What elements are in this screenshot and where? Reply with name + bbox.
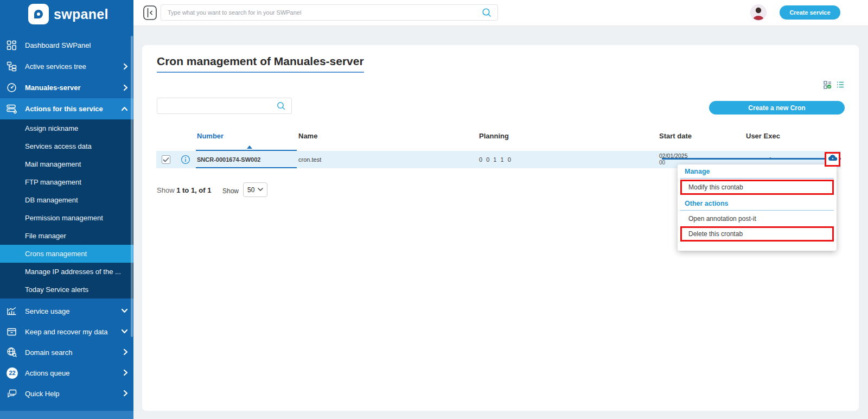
submenu-label: Today Service alerts: [25, 285, 88, 294]
submenu-item-ftp-management[interactable]: FTP management: [0, 173, 133, 191]
server-gauge-icon: [7, 82, 25, 93]
menu-item-delete-crontab[interactable]: Delete this crontab: [680, 226, 834, 242]
submenu-item-today-service-alerts[interactable]: Today Service alerts: [0, 281, 133, 299]
submenu-item-assign-nickname[interactable]: Assign nickname: [0, 119, 133, 137]
usage-chart-icon: [7, 306, 25, 316]
sidebar-footer-strip: [0, 411, 133, 419]
sidebar-item-label: Domain search: [25, 348, 72, 357]
filter-search-icon[interactable]: [277, 101, 286, 111]
column-header-user-exec[interactable]: User Exec: [746, 132, 780, 140]
column-header-number[interactable]: Number: [197, 132, 224, 140]
pagination-summary-prefix: Show: [157, 186, 175, 194]
submenu-label: File manager: [25, 232, 66, 240]
globe-search-icon: [7, 347, 25, 358]
create-cron-button[interactable]: Create a new Cron: [709, 101, 845, 115]
actions-queue-count-badge: 22: [7, 367, 25, 379]
sort-ascending-caret-icon: [247, 145, 252, 149]
user-avatar[interactable]: [750, 4, 767, 21]
chevron-down-icon: [122, 309, 128, 313]
chevron-up-icon: [122, 107, 128, 111]
submenu-label: Mail management: [25, 160, 81, 168]
global-search-input[interactable]: [161, 9, 482, 16]
swpanel-app: swpanel Dashboard SWPanel Active service…: [0, 0, 868, 419]
sidebar-item-actions-queue[interactable]: 22 Actions queue: [0, 363, 133, 383]
row-actions-cloud-button[interactable]: [825, 152, 840, 167]
chat-bubbles-icon: [7, 389, 25, 399]
sidebar-item-label: Quick Help: [25, 390, 60, 398]
sidebar-item-keep-recover-data[interactable]: Keep and recover my data: [0, 321, 133, 342]
chevron-right-icon: [124, 370, 128, 376]
info-icon[interactable]: [181, 155, 190, 164]
sidebar-item-label: Active services tree: [25, 62, 86, 71]
services-tree-icon: [7, 61, 25, 72]
list-view-icon[interactable]: [837, 81, 844, 89]
table-filter: [157, 98, 292, 114]
sidebar-item-quick-help[interactable]: Quick Help: [0, 383, 133, 404]
chevron-down-icon: [122, 329, 128, 334]
chevron-down-icon: [258, 188, 263, 192]
global-search: [161, 4, 498, 21]
content-card: Cron management of Manuales-server Creat…: [142, 45, 859, 411]
dashboard-icon: [7, 40, 25, 50]
page-size-label: Show: [222, 187, 239, 195]
sidebar-item-dashboard[interactable]: Dashboard SWPanel: [0, 35, 133, 56]
sidebar-item-label: Dashboard SWPanel: [25, 41, 91, 49]
submenu-label: Manage IP addresses of the ...: [25, 268, 121, 276]
row-actions-context-menu: Manage Modify this crontab Other actions…: [678, 164, 837, 251]
submenu-label: DB management: [25, 196, 78, 204]
server-gear-icon: [7, 104, 25, 114]
submenu-item-manage-ip-addresses[interactable]: Manage IP addresses of the ...: [0, 263, 133, 281]
sorted-column-top-bar: [196, 150, 297, 151]
chevron-right-icon: [124, 64, 128, 70]
submenu-item-mail-management[interactable]: Mail management: [0, 155, 133, 173]
column-header-start-date[interactable]: Start date: [659, 132, 692, 140]
archive-box-icon: [7, 327, 25, 337]
cell-start-time-partial: 00: [659, 160, 665, 166]
menu-item-open-annotation[interactable]: Open annotation post-it: [680, 211, 834, 225]
submenu-item-crons-management[interactable]: Crons management: [0, 245, 133, 263]
submenu-label: Services access data: [25, 142, 92, 150]
submenu-item-db-management[interactable]: DB management: [0, 191, 133, 209]
menu-item-modify-crontab[interactable]: Modify this crontab: [680, 180, 834, 195]
submenu-item-services-access-data[interactable]: Services access data: [0, 137, 133, 155]
submenu-item-permission-management[interactable]: Permission management: [0, 209, 133, 227]
pagination-summary-values: 1 to 1, of 1: [176, 186, 211, 194]
sidebar-item-domain-search[interactable]: Domain search: [0, 342, 133, 363]
sidebar-item-service-usage[interactable]: Service usage: [0, 301, 133, 321]
page-size-value: 50: [247, 186, 254, 194]
row-active-underline: [662, 158, 841, 160]
brand-name: swpanel: [54, 7, 108, 22]
topbar: Create service: [133, 0, 868, 26]
pagination-summary: Show 1 to 1, of 1: [157, 186, 211, 194]
submenu-item-file-manager[interactable]: File manager: [0, 227, 133, 245]
grid-view-check-icon[interactable]: [824, 81, 832, 89]
page-title: Cron management of Manuales-server: [157, 55, 364, 73]
swpanel-logo-icon: [28, 4, 49, 24]
submenu-label: FTP management: [25, 178, 81, 186]
actions-submenu: Assign nickname Services access data Mai…: [0, 119, 133, 299]
cell-number: SNCR-0001674-SW002: [197, 156, 260, 163]
chevron-right-icon: [124, 85, 128, 91]
menu-section-manage: Manage: [680, 166, 834, 179]
sidebar-item-active-services-tree[interactable]: Active services tree: [0, 56, 133, 77]
sidebar-scrollbar[interactable]: [131, 36, 133, 337]
sidebar-item-label: Keep and recover my data: [25, 328, 107, 336]
sidebar-item-actions-for-service[interactable]: Actions for this service: [0, 98, 133, 119]
queue-count-badge: 22: [7, 367, 18, 379]
sidebar-item-label: Manuales-server: [25, 84, 81, 92]
brand-logo[interactable]: swpanel: [28, 4, 108, 24]
row-checkbox[interactable]: [162, 155, 170, 164]
submenu-label: Permission management: [25, 214, 103, 222]
sidebar-item-manuales-server[interactable]: Manuales-server: [0, 77, 133, 98]
chevron-right-icon: [124, 349, 128, 355]
submenu-label: Assign nickname: [25, 124, 78, 132]
search-icon[interactable]: [482, 8, 492, 18]
create-service-button[interactable]: Create service: [780, 5, 840, 20]
column-header-name[interactable]: Name: [298, 132, 317, 140]
column-header-planning[interactable]: Planning: [479, 132, 509, 140]
sidebar-collapse-button[interactable]: [143, 5, 157, 22]
table-filter-input[interactable]: [157, 102, 277, 110]
sidebar-item-label: Actions for this service: [25, 105, 103, 113]
page-size-select[interactable]: 50: [243, 182, 267, 197]
chevron-right-icon: [124, 390, 128, 397]
